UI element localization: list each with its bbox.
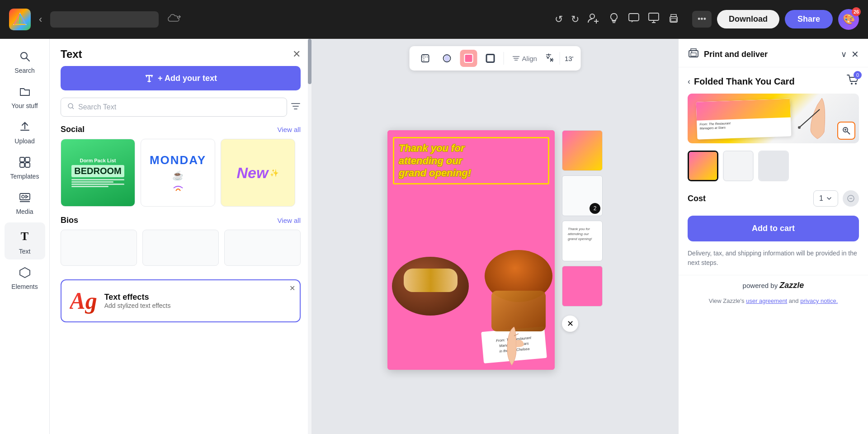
sidebar-item-templates[interactable]: Templates (5, 152, 45, 184)
text-panel-scroll-thumb[interactable] (308, 39, 311, 84)
rp-delivery-note: Delivery, tax, and shipping information … (679, 249, 868, 275)
variant-item-3[interactable] (758, 151, 789, 181)
align-button[interactable]: Align (509, 52, 541, 64)
present-icon[interactable] (648, 12, 660, 27)
social-view-all-link[interactable]: View all (278, 126, 301, 133)
text-effects-close-button[interactable]: ✕ (289, 284, 295, 292)
bio-card-2[interactable] (142, 230, 219, 266)
canvas-area: Align 13' Page 1 / 1 - Add title (312, 39, 678, 434)
text-effects-card[interactable]: ✕ Ag Text effects Add stylized text effe… (61, 279, 301, 322)
canvas-thumb-4[interactable] (562, 266, 603, 307)
topbar: ‹ ↺ ↻ (0, 0, 868, 39)
text-effects-description: Text effects Add stylized text effects (104, 292, 171, 309)
templates-icon (19, 156, 31, 171)
rp-product-image: From: The RestaurantManagers at Stars (688, 94, 859, 143)
text-panel-close-button[interactable]: ✕ (292, 48, 301, 60)
translate-button[interactable] (545, 52, 555, 65)
zoom-button[interactable] (837, 122, 855, 140)
search-text-input[interactable]: Search Text (61, 98, 287, 117)
qty-circle-button[interactable] (843, 190, 859, 207)
bio-card-1[interactable] (61, 230, 137, 266)
privacy-notice-link[interactable]: privacy notice. (800, 297, 838, 304)
bios-cards (50, 230, 311, 275)
close-side-panel-button[interactable]: ✕ (562, 316, 578, 332)
canvas-thumb-3[interactable]: Thank you forattending ourgrand opening! (562, 221, 603, 261)
more-options-button[interactable]: ••• (692, 11, 712, 28)
add-text-button[interactable]: + Add your text (61, 66, 301, 90)
document-title-input[interactable] (50, 11, 159, 28)
canvas-page[interactable]: Page 1 / 1 - Add title Thank you foratte… (387, 130, 555, 370)
redo-button[interactable]: ↻ (571, 14, 579, 25)
folder-icon (19, 86, 31, 100)
filter-button[interactable] (291, 101, 301, 113)
print-deliver-icon (688, 47, 699, 61)
canvas-thumb-2[interactable]: 2 (562, 175, 603, 216)
variant-image-2 (724, 151, 753, 180)
left-sidebar: Search Your stuff Upload (0, 39, 50, 434)
color-picker-icon[interactable] (439, 50, 456, 67)
text-panel-header: Text ✕ (50, 39, 311, 66)
text-panel: Text ✕ + Add your text Search Text (50, 39, 312, 434)
download-button[interactable]: Download (717, 10, 779, 28)
sidebar-label-media: Media (16, 208, 33, 215)
toolbar-divider-2 (560, 52, 560, 65)
crop-tool-icon[interactable] (417, 50, 434, 67)
align-label: Align (522, 55, 537, 62)
svg-line-4 (20, 14, 26, 24)
page-size-label: 13' (565, 55, 574, 62)
comment-icon[interactable] (628, 12, 640, 27)
rp-collapse-icon[interactable]: ∨ (841, 49, 847, 59)
back-button[interactable]: ‹ (39, 14, 42, 25)
svg-rect-16 (20, 163, 24, 167)
share-button[interactable]: Share (785, 10, 833, 28)
print-icon[interactable] (668, 12, 679, 27)
rp-zazzle: powered by Zazzle (679, 275, 868, 294)
social-card-3[interactable]: New ✨ (221, 139, 295, 207)
svg-point-30 (851, 83, 853, 85)
variant-image-1 (689, 152, 717, 180)
canvas-thumb-1[interactable] (562, 130, 603, 171)
avatar[interactable]: 🎨 26 (838, 9, 859, 30)
sidebar-item-elements[interactable]: Elements (5, 262, 45, 295)
app-logo[interactable] (9, 9, 31, 30)
text-panel-scroll-track (308, 39, 311, 434)
text-panel-scroll[interactable]: Social View all Dorm Pack List BEDROOM (50, 125, 311, 434)
fill-color-icon[interactable] (460, 50, 477, 67)
rp-back-icon[interactable]: ‹ (688, 77, 690, 86)
sidebar-item-text[interactable]: T Text (5, 222, 45, 259)
bios-view-all-link[interactable]: View all (278, 217, 301, 224)
sidebar-label-elements: Elements (11, 283, 38, 290)
svg-point-33 (798, 126, 801, 129)
upload-icon (19, 121, 31, 136)
rp-cart-wrapper: 0 (846, 74, 859, 89)
rp-product-title: Folded Thank You Card (694, 76, 795, 87)
rp-variants (679, 151, 868, 190)
sidebar-item-upload[interactable]: Upload (5, 117, 45, 149)
cost-label: Cost (688, 194, 706, 203)
qty-select[interactable]: 1 (813, 190, 838, 207)
border-color-icon[interactable] (482, 50, 499, 67)
undo-button[interactable]: ↺ (555, 14, 563, 25)
social-card-2[interactable]: MONDAY ☕ (141, 139, 215, 207)
user-agreement-link[interactable]: user agreement (746, 297, 787, 304)
sidebar-item-media[interactable]: Media (5, 187, 45, 220)
rp-close-button[interactable]: ✕ (851, 49, 859, 60)
canvas-wrapper: Page 1 / 1 - Add title Thank you foratte… (387, 130, 603, 370)
add-to-cart-button[interactable]: Add to cart (688, 216, 859, 241)
variant-item-2[interactable] (723, 151, 754, 181)
sidebar-item-search[interactable]: Search (5, 46, 45, 79)
social-card-1[interactable]: Dorm Pack List BEDROOM (61, 139, 135, 207)
sidebar-item-your-stuff[interactable]: Your stuff (5, 81, 45, 114)
bio-card-3[interactable] (224, 230, 301, 266)
svg-marker-20 (20, 268, 30, 278)
svg-rect-28 (691, 53, 696, 56)
page-number-badge: 2 (590, 203, 600, 214)
svg-point-5 (590, 14, 594, 19)
right-panel: Print and deliver ∨ ✕ ‹ Folded Thank You… (678, 39, 868, 434)
variant-item-1[interactable] (688, 151, 718, 181)
search-text-icon (67, 103, 75, 112)
rp-subheader: ‹ Folded Thank You Card 0 (679, 67, 868, 94)
text-icon: T (15, 227, 34, 246)
lightbulb-icon[interactable] (608, 12, 620, 27)
add-collaborator-icon[interactable] (587, 12, 600, 27)
